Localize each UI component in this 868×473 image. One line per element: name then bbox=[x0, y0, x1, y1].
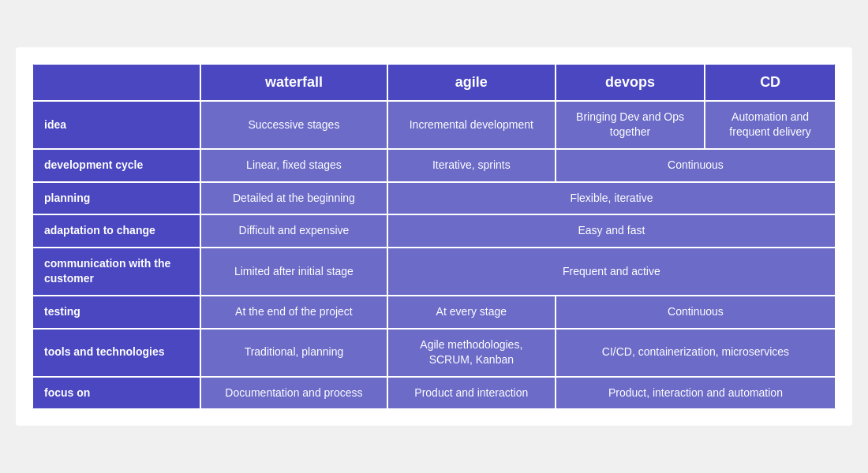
table-row: development cycle Linear, fixed stages I… bbox=[32, 149, 836, 182]
cell-agile-development-cycle: Iterative, sprints bbox=[387, 149, 556, 182]
row-label-tools: tools and technologies bbox=[32, 329, 200, 377]
cell-waterfall-testing: At the end of the project bbox=[200, 296, 387, 329]
table-row: communication with the customer Limited … bbox=[32, 248, 836, 296]
cell-waterfall-adaptation: Difficult and expensive bbox=[200, 214, 387, 248]
cell-agiledevopscd-communication: Frequent and active bbox=[387, 248, 836, 296]
cell-devopscd-tools: CI/CD, containerization, microservices bbox=[556, 329, 836, 377]
cell-cd-idea: Automation and frequent delivery bbox=[705, 101, 836, 149]
row-label-adaptation: adaptation to change bbox=[32, 214, 200, 248]
row-label-focus: focus on bbox=[32, 377, 200, 410]
cell-agile-focus: Product and interaction bbox=[387, 377, 556, 410]
table-row: planning Detailed at the beginning Flexi… bbox=[32, 182, 836, 215]
table-row: focus on Documentation and process Produ… bbox=[32, 377, 836, 410]
row-label-development-cycle: development cycle bbox=[32, 149, 200, 182]
cell-agile-idea: Incremental development bbox=[387, 101, 556, 149]
cell-waterfall-development-cycle: Linear, fixed stages bbox=[200, 149, 387, 182]
row-label-testing: testing bbox=[32, 296, 200, 329]
cell-agile-testing: At every stage bbox=[387, 296, 556, 329]
table-row: tools and technologies Traditional, plan… bbox=[32, 329, 836, 377]
row-label-idea: idea bbox=[32, 101, 200, 149]
cell-agile-tools: Agile methodologies, SCRUM, Kanban bbox=[387, 329, 556, 377]
table-row: testing At the end of the project At eve… bbox=[32, 296, 836, 329]
cell-agiledevopscd-adaptation: Easy and fast bbox=[387, 214, 836, 248]
cell-waterfall-tools: Traditional, planning bbox=[200, 329, 387, 377]
comparison-table: waterfall agile devops CD idea Successiv… bbox=[32, 63, 836, 411]
header-label bbox=[32, 64, 200, 101]
table-wrapper: waterfall agile devops CD idea Successiv… bbox=[16, 47, 852, 426]
table-row: idea Successive stages Incremental devel… bbox=[32, 101, 836, 149]
cell-waterfall-communication: Limited after initial stage bbox=[200, 248, 387, 296]
header-cd: CD bbox=[705, 64, 836, 101]
cell-devopscd-testing: Continuous bbox=[556, 296, 836, 329]
row-label-communication: communication with the customer bbox=[32, 248, 200, 296]
cell-agiledevopscd-planning: Flexible, iterative bbox=[387, 182, 836, 215]
table-row: adaptation to change Difficult and expen… bbox=[32, 214, 836, 248]
cell-waterfall-focus: Documentation and process bbox=[200, 377, 387, 410]
cell-waterfall-idea: Successive stages bbox=[200, 101, 387, 149]
cell-devopscd-focus: Product, interaction and automation bbox=[556, 377, 836, 410]
header-agile: agile bbox=[387, 64, 556, 101]
header-devops: devops bbox=[556, 64, 705, 101]
row-label-planning: planning bbox=[32, 182, 200, 215]
header-waterfall: waterfall bbox=[200, 64, 387, 101]
cell-waterfall-planning: Detailed at the beginning bbox=[200, 182, 387, 215]
cell-devopscd-development-cycle: Continuous bbox=[556, 149, 836, 182]
cell-devops-idea: Bringing Dev and Ops together bbox=[556, 101, 705, 149]
